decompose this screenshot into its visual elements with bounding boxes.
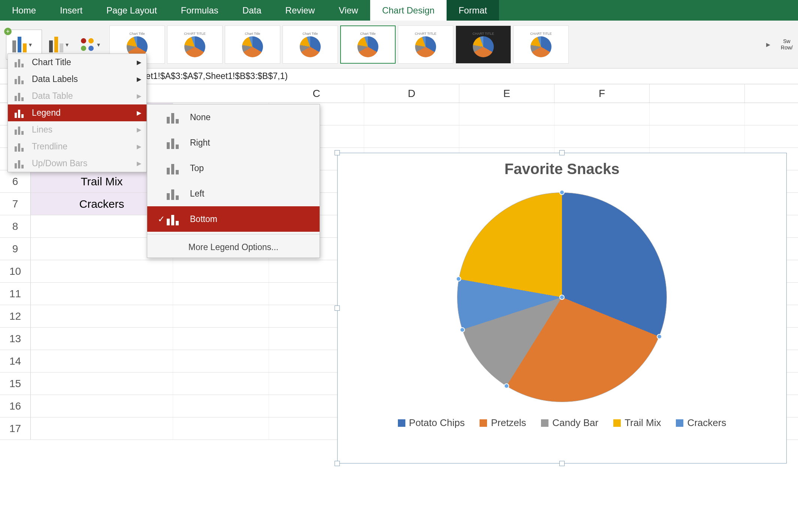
cell[interactable]: [31, 373, 173, 395]
row-header[interactable]: 17: [0, 417, 31, 440]
row-header[interactable]: 6: [0, 170, 31, 192]
legend-label: Pretzels: [491, 417, 526, 429]
col-header[interactable]: E: [459, 84, 554, 103]
ribbon-tab-view[interactable]: View: [327, 0, 370, 21]
cell[interactable]: [173, 260, 269, 282]
cell[interactable]: [364, 103, 459, 125]
data-point-handle[interactable]: [559, 190, 565, 195]
resize-handle[interactable]: [559, 461, 565, 466]
data-point-handle[interactable]: [460, 327, 465, 332]
cell[interactable]: [173, 328, 269, 350]
bars-icon: [15, 58, 27, 67]
menu-item-trendline: Trendline▶: [8, 138, 146, 155]
data-point-handle[interactable]: [559, 295, 565, 300]
legend-swatch: [541, 419, 548, 427]
menu-item-label: Data Table: [32, 91, 73, 101]
row-header[interactable]: 10: [0, 260, 31, 282]
ribbon-tab-format[interactable]: Format: [447, 0, 499, 21]
chart-object[interactable]: Favorite Snacks Potato ChipsPretzelsCand…: [337, 153, 787, 463]
cell[interactable]: [31, 305, 173, 327]
legend-submenu: NoneRightTopLeft✓BottomMore Legend Optio…: [147, 104, 320, 258]
menu-item-chart-title[interactable]: Chart Title▶: [8, 54, 146, 71]
col-header[interactable]: [650, 84, 745, 103]
data-point-handle[interactable]: [504, 383, 509, 389]
row-header[interactable]: 8: [0, 215, 31, 237]
chart-style-thumb[interactable]: Chart Title: [340, 25, 396, 64]
legend-item[interactable]: Trail Mix: [613, 417, 661, 429]
menu-item-data-labels[interactable]: Data Labels▶: [8, 71, 146, 88]
ribbon-tab-home[interactable]: Home: [0, 0, 48, 21]
switch-row-col-button[interactable]: Sw Row/: [776, 38, 798, 51]
cell[interactable]: [554, 103, 650, 125]
chevron-right-icon: ▶: [137, 143, 141, 150]
row-header[interactable]: 15: [0, 373, 31, 395]
ribbon-tab-formulas[interactable]: Formulas: [169, 0, 230, 21]
quick-layout-button[interactable]: [46, 34, 73, 55]
legend-item[interactable]: Potato Chips: [398, 417, 465, 429]
legend-option-top[interactable]: Top: [147, 155, 320, 181]
cell[interactable]: [650, 103, 745, 125]
cell[interactable]: [31, 350, 173, 372]
cell[interactable]: [459, 103, 554, 125]
row-header[interactable]: 14: [0, 350, 31, 372]
legend-item[interactable]: Pretzels: [480, 417, 526, 429]
cell[interactable]: [459, 125, 554, 148]
legend-swatch: [613, 419, 621, 427]
legend-option-none[interactable]: None: [147, 104, 320, 130]
cell[interactable]: [173, 373, 269, 395]
cell[interactable]: [31, 417, 173, 440]
col-header[interactable]: D: [364, 84, 459, 103]
row-header[interactable]: 16: [0, 395, 31, 417]
ribbon-tab-page-layout[interactable]: Page Layout: [94, 0, 169, 21]
resize-handle[interactable]: [559, 150, 565, 155]
legend-item[interactable]: Crackers: [676, 417, 726, 429]
cell[interactable]: [173, 305, 269, 327]
chart-style-thumb[interactable]: CHART TITLE: [513, 25, 569, 64]
chart-title[interactable]: Favorite Snacks: [338, 153, 786, 177]
resize-handle[interactable]: [335, 461, 340, 466]
col-header[interactable]: C: [269, 84, 364, 103]
legend-option-left[interactable]: Left: [147, 181, 320, 206]
menu-item-legend[interactable]: Legend▶: [8, 104, 146, 121]
chart-legend[interactable]: Potato ChipsPretzelsCandy BarTrail MixCr…: [338, 417, 786, 429]
resize-handle[interactable]: [335, 150, 340, 155]
chart-style-thumb[interactable]: Chart Title: [282, 25, 338, 64]
cell[interactable]: [31, 283, 173, 305]
ribbon-tab-data[interactable]: Data: [230, 0, 273, 21]
chart-style-thumb[interactable]: Chart Title: [225, 25, 280, 64]
row-header[interactable]: 13: [0, 328, 31, 350]
more-legend-options[interactable]: More Legend Options...: [147, 237, 320, 258]
col-header[interactable]: F: [554, 84, 650, 103]
ribbon-tab-insert[interactable]: Insert: [48, 0, 94, 21]
cell[interactable]: [31, 260, 173, 282]
legend-item[interactable]: Candy Bar: [541, 417, 598, 429]
menu-item-label: Data Labels: [32, 74, 78, 84]
gallery-next-button[interactable]: ▸: [761, 40, 776, 49]
cell[interactable]: [173, 350, 269, 372]
chart-style-thumb[interactable]: CHART TITLE: [167, 25, 223, 64]
cell[interactable]: [173, 283, 269, 305]
data-point-handle[interactable]: [657, 334, 662, 339]
ribbon-tab-review[interactable]: Review: [273, 0, 327, 21]
legend-option-bottom[interactable]: ✓Bottom: [147, 206, 320, 232]
legend-option-right[interactable]: Right: [147, 130, 320, 155]
change-colors-button[interactable]: [77, 34, 103, 55]
chart-style-thumb[interactable]: CHART TITLE: [398, 25, 453, 64]
cell[interactable]: [650, 125, 745, 148]
row-header[interactable]: 7: [0, 193, 31, 215]
bars-icon: [167, 136, 185, 149]
chevron-down-icon: [97, 41, 101, 48]
cell[interactable]: [173, 417, 269, 440]
row-header[interactable]: 11: [0, 283, 31, 305]
legend-option-label: Right: [190, 138, 210, 148]
cell[interactable]: [364, 125, 459, 148]
bars-icon: [167, 111, 185, 124]
ribbon-tab-chart-design[interactable]: Chart Design: [370, 0, 447, 21]
chart-style-thumb[interactable]: CHART TITLE: [456, 25, 511, 64]
cell[interactable]: [31, 328, 173, 350]
row-header[interactable]: 12: [0, 305, 31, 327]
cell[interactable]: [173, 395, 269, 417]
cell[interactable]: [31, 395, 173, 417]
cell[interactable]: [554, 125, 650, 148]
row-header[interactable]: 9: [0, 238, 31, 260]
